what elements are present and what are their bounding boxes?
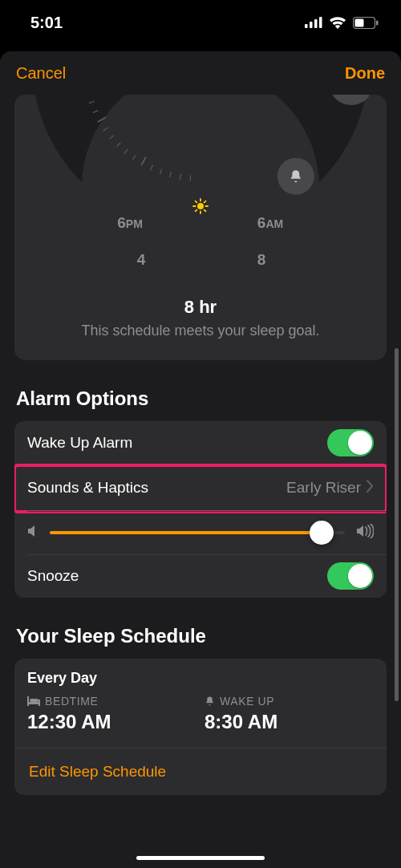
dial-label-4: 4 — [137, 251, 146, 269]
wake-up-alarm-label: Wake Up Alarm — [27, 434, 327, 452]
status-bar: 5:01 — [0, 0, 401, 45]
svg-rect-3 — [319, 17, 322, 28]
chevron-right-icon — [366, 479, 374, 497]
status-indicators — [305, 16, 379, 29]
svg-line-57 — [196, 201, 197, 203]
bedtime-col: BEDTIME 12:30 AM — [27, 695, 196, 733]
sleep-schedule-heading: Your Sleep Schedule — [16, 625, 385, 647]
cancel-button[interactable]: Cancel — [16, 64, 66, 83]
svg-rect-61 — [27, 696, 29, 706]
sleep-goal-message: This schedule meets your sleep goal. — [14, 322, 387, 339]
snooze-toggle[interactable] — [327, 562, 374, 590]
wakeup-value: 8:30 AM — [205, 711, 374, 733]
svg-rect-5 — [355, 18, 364, 26]
alarm-options-list: Wake Up Alarm Sounds & Haptics Early Ris… — [14, 421, 387, 598]
sleep-dial[interactable]: 6PM 6AM 4 8 2 10 12PM — [14, 95, 387, 279]
svg-rect-63 — [38, 700, 40, 706]
status-time: 5:01 — [30, 14, 63, 32]
sounds-haptics-row[interactable]: Sounds & Haptics Early Riser — [14, 464, 387, 511]
home-indicator[interactable] — [136, 856, 265, 860]
bedtime-label: BEDTIME — [45, 695, 98, 708]
cellular-icon — [305, 17, 322, 28]
sleep-duration: 8 hr — [14, 297, 387, 318]
dial-label-6am: 6 — [257, 214, 266, 231]
sounds-haptics-value: Early Riser — [286, 479, 361, 497]
wake-up-alarm-row: Wake Up Alarm — [14, 421, 387, 464]
sleep-schedule-card: Every Day BEDTIME 12:30 AM WAKE UP 8:30 … — [14, 659, 387, 795]
svg-rect-1 — [310, 22, 313, 28]
dial-label-8: 8 — [257, 251, 266, 269]
nav-bar: Cancel Done — [0, 51, 401, 95]
sounds-haptics-label: Sounds & Haptics — [27, 479, 286, 497]
volume-high-icon — [356, 524, 374, 541]
scroll-indicator — [395, 348, 399, 701]
svg-line-58 — [205, 210, 206, 212]
bell-small-icon — [205, 696, 215, 707]
snooze-row: Snooze — [14, 554, 387, 598]
wifi-icon — [329, 16, 346, 29]
svg-line-60 — [205, 201, 206, 203]
bed-icon — [27, 696, 40, 706]
bedtime-value: 12:30 AM — [27, 711, 196, 733]
wake-handle[interactable] — [277, 158, 314, 195]
svg-line-59 — [196, 210, 197, 212]
sleep-dial-card: 6PM 6AM 4 8 2 10 12PM 8 hr — [14, 95, 387, 360]
volume-row — [14, 511, 387, 554]
svg-rect-2 — [314, 19, 318, 28]
snooze-label: Snooze — [27, 567, 327, 585]
volume-slider[interactable] — [50, 531, 345, 534]
svg-rect-64 — [30, 699, 38, 702]
wakeup-col: WAKE UP 8:30 AM — [205, 695, 374, 733]
svg-rect-6 — [376, 20, 379, 25]
wakeup-label: WAKE UP — [220, 695, 274, 708]
modal-sheet: Cancel Done — [0, 51, 401, 868]
dial-label-6pm: 6 — [117, 214, 126, 231]
svg-rect-62 — [27, 702, 40, 704]
alarm-options-heading: Alarm Options — [16, 387, 385, 410]
done-button[interactable]: Done — [345, 64, 385, 83]
svg-rect-0 — [305, 24, 308, 28]
svg-point-52 — [197, 203, 204, 209]
edit-schedule-button[interactable]: Edit Sleep Schedule — [27, 748, 374, 781]
wake-up-alarm-toggle[interactable] — [327, 429, 374, 456]
volume-low-icon — [27, 525, 38, 541]
bell-icon — [289, 169, 303, 184]
schedule-day: Every Day — [27, 670, 374, 687]
sun-icon — [192, 198, 209, 217]
battery-icon — [353, 17, 379, 29]
